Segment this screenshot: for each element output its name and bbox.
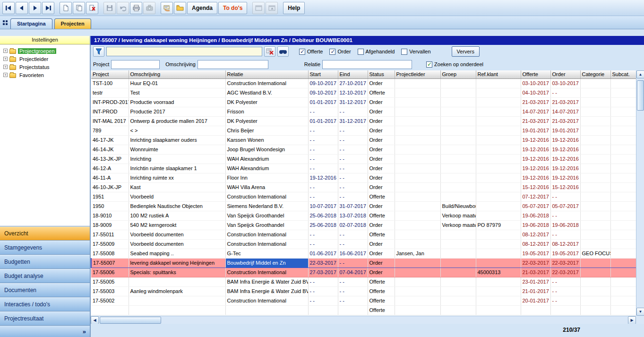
cell-relatie[interactable]: BAM Infra Energie & Water Zuid BV — [225, 286, 308, 296]
column-header-eind[interactable]: Eind — [338, 70, 368, 78]
cell-categorie[interactable] — [580, 220, 610, 230]
cell-eind[interactable]: - - — [338, 182, 368, 192]
column-header-refklant[interactable]: Ref.klant — [476, 70, 521, 78]
cell-relatie[interactable]: WAH Alexandrium — [225, 164, 308, 173]
cell-project[interactable]: 17-55007 — [91, 258, 129, 268]
cell-subcat[interactable] — [610, 135, 636, 145]
cell-start[interactable]: - - — [308, 164, 338, 173]
cell-order[interactable]: 05-07-2017 — [550, 201, 580, 211]
cell-groep[interactable] — [440, 145, 476, 154]
cell-start[interactable]: 25-06-2018 — [308, 211, 338, 220]
cell-projectleider[interactable] — [395, 268, 440, 277]
cell-start[interactable]: 01-06-2017 — [308, 249, 338, 258]
cell-status[interactable]: Offerte — [368, 192, 395, 201]
column-header-omschrijving[interactable]: Omschrijving — [129, 70, 225, 78]
cell-refklant[interactable] — [476, 239, 521, 249]
cell-categorie[interactable] — [580, 182, 610, 192]
documents-folder-button[interactable] — [174, 2, 186, 14]
undo-button[interactable] — [117, 2, 129, 14]
table-row[interactable]: 1951VoorbeeldConstruction International-… — [91, 192, 636, 201]
cell-order[interactable]: - - — [550, 88, 580, 97]
copy-record-button[interactable] — [73, 2, 85, 14]
cell-status[interactable]: Offerte — [368, 277, 395, 286]
cell-groep[interactable] — [440, 258, 476, 268]
cell-eind[interactable]: - - — [338, 258, 368, 268]
cell-omschrijving[interactable] — [129, 277, 225, 286]
cell-omschrijving[interactable]: < > — [129, 126, 225, 135]
scroll-right-button[interactable]: ▶ — [628, 316, 636, 324]
window-button[interactable] — [252, 2, 265, 14]
cell-project[interactable]: 46-12-A — [91, 164, 129, 173]
cell-offerte[interactable]: 08-12-2017 — [521, 230, 550, 239]
cell-subcat[interactable] — [610, 154, 636, 164]
cell-omschrijving[interactable]: Voorbeeld — [129, 192, 225, 201]
cell-eind[interactable]: - - — [338, 164, 368, 173]
cell-omschrijving[interactable]: Bedienplek Nautische Objecten — [129, 201, 225, 211]
cell-offerte[interactable]: 19-01-2017 — [521, 126, 550, 135]
cell-subcat[interactable] — [610, 97, 636, 107]
cell-groep[interactable] — [440, 296, 476, 305]
cell-omschrijving[interactable]: Seabed mapping .. — [129, 249, 225, 258]
column-header-categorie[interactable]: Categorie — [580, 70, 610, 78]
cell-start[interactable]: - - — [308, 277, 338, 286]
cell-omschrijving[interactable]: Kast — [129, 182, 225, 192]
todos-button[interactable]: To do's — [218, 2, 247, 14]
cell-project[interactable]: INT-MAL 2017 — [91, 116, 129, 126]
cell-relatie[interactable]: Construction International — [225, 192, 308, 201]
cell-omschrijving[interactable]: Ontwerp & productie mallen 2017 — [129, 116, 225, 126]
help-button[interactable]: Help — [283, 2, 305, 14]
cell-refklant[interactable] — [476, 211, 521, 220]
cell-subcat[interactable] — [610, 116, 636, 126]
cell-groep[interactable] — [440, 107, 476, 116]
cell-relatie[interactable] — [225, 305, 308, 315]
cell-omschrijving[interactable] — [129, 305, 225, 315]
cell-omschrijving[interactable] — [129, 296, 225, 305]
expand-icon[interactable]: + — [3, 73, 8, 77]
cell-subcat[interactable] — [610, 296, 636, 305]
cell-project[interactable]: 46-17-JK — [91, 135, 129, 145]
cell-subcat[interactable] — [610, 220, 636, 230]
cell-categorie[interactable] — [580, 173, 610, 182]
cell-groep[interactable] — [440, 135, 476, 145]
table-row[interactable]: INT-PRODProductie 2017Frisson- -- -Order… — [91, 107, 636, 116]
cell-start[interactable]: 25-06-2018 — [308, 220, 338, 230]
cell-offerte[interactable]: 21-03-2017 — [521, 116, 550, 126]
collapse-chevrons-icon[interactable]: » — [83, 328, 86, 335]
cell-start[interactable]: 01-01-2017 — [308, 97, 338, 107]
cell-subcat[interactable] — [610, 277, 636, 286]
cell-omschrijving[interactable]: Specials: spuittanks — [129, 268, 225, 277]
cell-start[interactable]: 09-10-2017 — [308, 88, 338, 97]
cell-projectleider[interactable] — [395, 116, 440, 126]
cell-start[interactable] — [308, 305, 338, 315]
cell-categorie[interactable] — [580, 268, 610, 277]
cell-subcat[interactable] — [610, 164, 636, 173]
tab-startpagina[interactable]: Startpagina — [10, 18, 52, 29]
cell-relatie[interactable]: DK Polyester — [225, 116, 308, 126]
column-header-project[interactable]: Project — [91, 70, 129, 78]
cell-start[interactable]: - - — [308, 286, 338, 296]
cell-order[interactable]: 19-12-2016 — [550, 154, 580, 164]
cell-groep[interactable] — [440, 277, 476, 286]
cell-offerte[interactable]: 07-12-2017 — [521, 192, 550, 201]
cell-categorie[interactable] — [580, 258, 610, 268]
cell-offerte[interactable]: 20-01-2017 — [521, 296, 550, 305]
cell-relatie[interactable]: Construction International — [225, 296, 308, 305]
cell-project[interactable]: 17-55008 — [91, 249, 129, 258]
cell-offerte[interactable]: 03-10-2017 — [521, 78, 550, 88]
cell-relatie[interactable]: Van Speijck Groothandel — [225, 211, 308, 220]
cell-categorie[interactable] — [580, 164, 610, 173]
cell-projectleider[interactable] — [395, 305, 440, 315]
cell-subcat[interactable] — [610, 88, 636, 97]
cell-relatie[interactable]: WAH Villa Arena — [225, 182, 308, 192]
vertical-scroll-track[interactable] — [636, 78, 644, 308]
cell-refklant[interactable] — [476, 182, 521, 192]
cell-offerte[interactable]: 04-10-2017 — [521, 88, 550, 97]
cell-eind[interactable]: - - — [338, 154, 368, 164]
table-row[interactable]: 17-55005BAM Infra Energie & Water Zuid B… — [91, 277, 636, 286]
cell-projectleider[interactable] — [395, 286, 440, 296]
cell-order[interactable]: 22-03-2017 — [550, 268, 580, 277]
cell-order[interactable]: - - — [550, 211, 580, 220]
cell-projectleider[interactable] — [395, 78, 440, 88]
cell-refklant[interactable] — [476, 277, 521, 286]
next-record-button[interactable] — [29, 2, 41, 14]
